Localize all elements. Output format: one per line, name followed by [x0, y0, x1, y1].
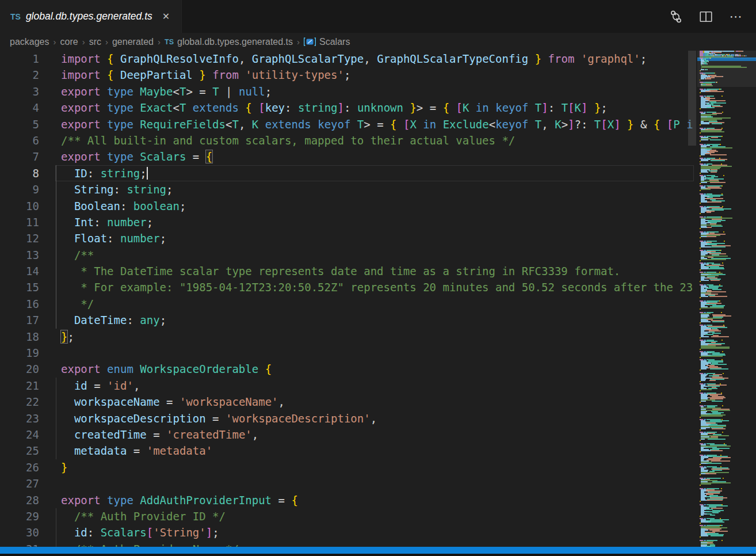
code-line[interactable]: 9 String: string; — [0, 181, 697, 197]
minimap-line — [712, 401, 722, 402]
minimap-line — [701, 416, 723, 417]
minimap-line — [701, 78, 705, 79]
breadcrumb-item-packages[interactable]: packages — [10, 37, 49, 47]
minimap[interactable] — [697, 51, 756, 556]
breadcrumb-item-src[interactable]: src — [89, 37, 101, 47]
minimap-line — [701, 280, 709, 281]
code-line[interactable]: 16 */ — [0, 296, 697, 312]
breadcrumb-item-scalars[interactable]: Scalars — [304, 37, 350, 47]
code-line[interactable]: 25 metadata = 'metadata' — [0, 443, 697, 459]
close-icon[interactable]: ✕ — [161, 10, 171, 23]
code-area[interactable]: 1import { GraphQLResolveInfo, GraphQLSca… — [0, 51, 697, 556]
minimap-line — [722, 112, 723, 113]
code-line[interactable]: 30 id: Scalars['String']; — [0, 524, 697, 540]
minimap-line — [700, 523, 701, 524]
code-line[interactable]: 8 ID: string; — [0, 165, 697, 181]
breadcrumb-label: src — [89, 37, 101, 47]
code-line[interactable]: 6/** All built-in and custom scalars, ma… — [0, 132, 697, 148]
code-token: ; — [344, 68, 350, 81]
code-token: T — [594, 118, 601, 131]
code-token: : — [94, 216, 107, 229]
minimap-line — [717, 82, 717, 83]
code-line[interactable]: 20export enum WorkspaceOrderable { — [0, 361, 697, 377]
code-line[interactable]: 17 DateTime: any; — [0, 312, 697, 328]
minimap-line — [710, 182, 726, 183]
code-line[interactable]: 15 * For example: "1985-04-12T23:20:50.5… — [0, 279, 697, 295]
vertical-scrollbar[interactable] — [688, 51, 696, 146]
status-bar-edge[interactable] — [0, 547, 756, 554]
code-line[interactable]: 12 Float: number; — [0, 230, 697, 246]
code-token: 'workspaceDescription' — [226, 412, 371, 425]
minimap-line — [711, 137, 718, 138]
code-line[interactable]: 27 — [0, 475, 697, 492]
breadcrumb-item-global-db-types-generated-ts[interactable]: TSglobal.db.types.generated.ts — [165, 37, 293, 47]
line-number: 28 — [0, 492, 39, 508]
minimap-line — [721, 185, 723, 186]
code-line[interactable]: 2import { DeepPartial } from 'utility-ty… — [0, 67, 697, 83]
code-token: 'graphql' — [581, 52, 640, 65]
editor[interactable]: 1import { GraphQLResolveInfo, GraphQLSca… — [0, 51, 756, 556]
code-token: T — [180, 85, 186, 98]
code-line-content: export type AddAuthProviderInput = { — [61, 492, 298, 508]
code-line[interactable]: 21 id = 'id', — [0, 378, 697, 394]
minimap-line — [711, 246, 726, 247]
compare-changes-icon[interactable] — [669, 9, 684, 24]
minimap-line — [700, 281, 701, 282]
breadcrumb-item-generated[interactable]: generated — [112, 37, 154, 47]
code-line[interactable]: 11 Int: number; — [0, 214, 697, 230]
split-editor-icon[interactable] — [698, 9, 713, 24]
minimap-line — [707, 107, 714, 108]
minimap-line — [701, 69, 705, 70]
minimap-line — [700, 501, 701, 502]
code-token: GraphQLScalarType — [252, 52, 364, 65]
code-token: T — [180, 101, 186, 114]
minimap-line — [707, 227, 712, 228]
minimap-line — [709, 380, 716, 381]
minimap-line — [712, 333, 721, 334]
code-line[interactable]: 19 — [0, 345, 697, 361]
code-token: , — [239, 118, 252, 131]
code-token: > = — [417, 101, 443, 114]
more-actions-icon[interactable]: ⋯ — [728, 9, 743, 24]
line-number: 8 — [0, 165, 39, 181]
code-line[interactable]: 4export type Exact<T extends { [key: str… — [0, 100, 697, 116]
code-line-content: /** Auth Provider ID */ — [61, 508, 226, 524]
code-token: > = — [186, 85, 212, 98]
code-line[interactable]: 24 createdTime = 'createdTime', — [0, 426, 697, 443]
minimap-line — [708, 268, 724, 269]
code-line[interactable]: 7export type Scalars = { — [0, 148, 697, 165]
minimap-line — [721, 136, 723, 137]
code-line[interactable]: 1import { GraphQLResolveInfo, GraphQLSca… — [0, 51, 697, 67]
code-line[interactable]: 3export type Maybe<T> = T | null; — [0, 83, 697, 100]
code-line[interactable]: 14 * The DateTime scalar type represents… — [0, 263, 697, 279]
code-line[interactable]: 29 /** Auth Provider ID */ — [0, 508, 697, 524]
code-token: 'metadata' — [147, 444, 212, 457]
code-line[interactable]: 13 /** — [0, 247, 697, 263]
code-token: type — [107, 118, 140, 131]
code-token: ?: — [575, 118, 594, 131]
code-line[interactable]: 18}; — [0, 329, 697, 345]
minimap-line — [701, 212, 705, 213]
code-token: : — [285, 101, 298, 114]
code-line[interactable]: 23 workspaceDescription = 'workspaceDesc… — [0, 410, 697, 426]
editor-actions: ⋯ — [669, 0, 756, 33]
code-token: Int — [74, 216, 94, 229]
minimap-line — [709, 296, 727, 297]
code-token: } — [61, 461, 67, 474]
breadcrumb-item-core[interactable]: core — [60, 37, 78, 47]
code-line[interactable]: 22 workspaceName = 'workspaceName', — [0, 394, 697, 410]
code-line[interactable]: 5export type RequireFields<T, K extends … — [0, 116, 697, 132]
code-line[interactable]: 10 Boolean: boolean; — [0, 198, 697, 214]
code-token: T — [562, 101, 568, 114]
line-number: 26 — [0, 459, 39, 475]
line-number: 20 — [0, 361, 39, 377]
code-token: ; — [67, 330, 74, 343]
code-token — [61, 232, 74, 245]
code-line[interactable]: 26} — [0, 459, 697, 475]
code-token: ; — [265, 85, 272, 98]
code-line[interactable]: 28export type AddAuthProviderInput = { — [0, 492, 697, 508]
line-number: 4 — [0, 100, 39, 116]
minimap-line — [700, 260, 701, 261]
tab-global-db-types-generated[interactable]: TS global.db.types.generated.ts ✕ — [0, 0, 182, 33]
code-token — [528, 118, 534, 131]
